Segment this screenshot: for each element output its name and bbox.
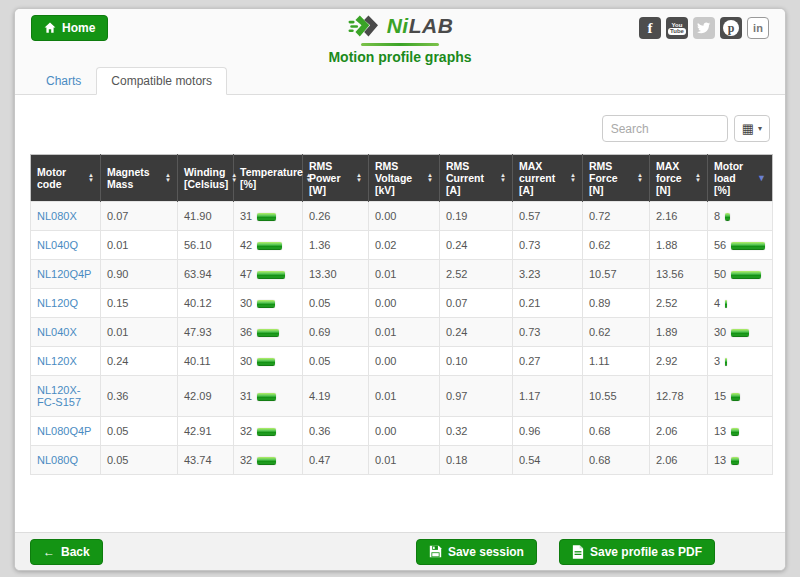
table-row: NL040Q0.0156.10421.360.020.240.730.621.8… <box>31 231 773 260</box>
save-session-button[interactable]: Save session <box>416 539 537 565</box>
grid-icon: ▦ <box>742 122 754 135</box>
motor-code-link[interactable]: NL120Q <box>37 297 78 309</box>
cell-temperature: 32 <box>234 417 303 446</box>
motor-code-link[interactable]: NL040X <box>37 326 77 338</box>
cell-max_current: 0.21 <box>513 289 583 318</box>
motor-code-link[interactable]: NL120Q4P <box>37 268 91 280</box>
pdf-file-icon <box>572 545 584 559</box>
brand-name: NiLAB <box>387 14 454 38</box>
cell-max_current: 0.27 <box>513 347 583 376</box>
cell-magnets_mass: 0.07 <box>101 202 178 231</box>
cell-rms_current: 0.97 <box>440 376 513 417</box>
tab-bar: Charts Compatible motors <box>15 65 785 95</box>
save-icon <box>429 545 442 558</box>
column-header-temperature[interactable]: Temperature[%]▲▼ <box>234 155 303 202</box>
cell-max_force: 1.89 <box>650 318 708 347</box>
youtube-icon[interactable]: You Tube <box>666 17 688 39</box>
motor-code-link[interactable]: NL120X <box>37 355 77 367</box>
tab-compatible-motors[interactable]: Compatible motors <box>96 67 227 95</box>
cell-max_current: 0.54 <box>513 446 583 475</box>
column-header-rms_power[interactable]: RMS Power[W]▲▼ <box>303 155 369 202</box>
linkedin-icon[interactable]: in <box>747 17 769 39</box>
motor-code-link[interactable]: NL120X-FC-S157 <box>37 384 81 408</box>
cell-motor_load: 3 <box>708 347 773 376</box>
cell-magnets_mass: 0.01 <box>101 231 178 260</box>
cell-temperature: 42 <box>234 231 303 260</box>
cell-rms_current: 0.24 <box>440 231 513 260</box>
cell-rms_power: 0.05 <box>303 289 369 318</box>
cell-rms_force: 0.89 <box>583 289 650 318</box>
cell-magnets_mass: 0.15 <box>101 289 178 318</box>
value-bar <box>725 300 727 308</box>
cell-motor_code: NL120Q <box>31 289 101 318</box>
cell-rms_force: 10.55 <box>583 376 650 417</box>
cell-max_current: 1.17 <box>513 376 583 417</box>
value-bar <box>731 393 740 401</box>
motor-code-link[interactable]: NL080Q <box>37 454 78 466</box>
cell-rms_voltage: 0.01 <box>369 376 440 417</box>
motor-code-link[interactable]: NL080Q4P <box>37 425 91 437</box>
sort-icon: ▲▼ <box>570 173 576 183</box>
cell-rms_current: 0.19 <box>440 202 513 231</box>
cell-max_current: 0.57 <box>513 202 583 231</box>
cell-rms_force: 0.68 <box>583 417 650 446</box>
back-button-label: Back <box>61 545 90 559</box>
sort-icon: ▲▼ <box>427 173 433 183</box>
cell-rms_power: 0.36 <box>303 417 369 446</box>
cell-rms_current: 2.52 <box>440 260 513 289</box>
value-bar <box>731 242 765 250</box>
cell-max_force: 2.16 <box>650 202 708 231</box>
cell-motor_load: 50 <box>708 260 773 289</box>
cell-winding: 41.90 <box>178 202 234 231</box>
motor-code-link[interactable]: NL080X <box>37 210 77 222</box>
cell-max_current: 0.73 <box>513 231 583 260</box>
table-row: NL080Q0.0543.74320.470.010.180.540.682.0… <box>31 446 773 475</box>
search-input[interactable] <box>602 115 728 142</box>
cell-max_force: 1.88 <box>650 231 708 260</box>
twitter-icon[interactable] <box>693 17 715 39</box>
column-visibility-button[interactable]: ▦ ▾ <box>734 115 770 142</box>
header: Home NiLAB Motion profile graphs f You T… <box>15 9 785 65</box>
cell-motor_load: 56 <box>708 231 773 260</box>
tab-charts[interactable]: Charts <box>31 67 96 95</box>
column-header-max_current[interactable]: MAX current[A]▲▼ <box>513 155 583 202</box>
cell-winding: 47.93 <box>178 318 234 347</box>
cell-rms_voltage: 0.01 <box>369 260 440 289</box>
motors-table: Motor code▲▼Magnets Mass▲▼Winding[Celsiu… <box>30 154 773 475</box>
cell-max_force: 2.06 <box>650 417 708 446</box>
facebook-icon[interactable]: f <box>639 17 661 39</box>
column-header-winding[interactable]: Winding[Celsius]▲▼ <box>178 155 234 202</box>
sort-icon: ▲▼ <box>695 173 701 183</box>
cell-rms_power: 13.30 <box>303 260 369 289</box>
column-header-max_force[interactable]: MAX force[N]▲▼ <box>650 155 708 202</box>
cell-motor_code: NL120X <box>31 347 101 376</box>
cell-max_current: 3.23 <box>513 260 583 289</box>
cell-rms_force: 0.72 <box>583 202 650 231</box>
column-header-magnets_mass[interactable]: Magnets Mass▲▼ <box>101 155 178 202</box>
content-panel: ▦ ▾ Motor code▲▼Magnets Mass▲▼Winding[Ce… <box>15 95 785 532</box>
column-header-rms_force[interactable]: RMS Force[N]▲▼ <box>583 155 650 202</box>
back-arrow-icon: ← <box>43 545 55 559</box>
column-header-motor_load[interactable]: Motor load[%]▼ <box>708 155 773 202</box>
cell-motor_code: NL120X-FC-S157 <box>31 376 101 417</box>
column-header-motor_code[interactable]: Motor code▲▼ <box>31 155 101 202</box>
cell-rms_force: 0.68 <box>583 446 650 475</box>
column-header-rms_current[interactable]: RMS Current[A]▲▼ <box>440 155 513 202</box>
cell-winding: 40.11 <box>178 347 234 376</box>
social-links: f You Tube p in <box>639 17 769 39</box>
value-bar <box>257 271 285 279</box>
cell-temperature: 30 <box>234 347 303 376</box>
cell-rms_power: 0.05 <box>303 347 369 376</box>
save-pdf-button[interactable]: Save profile as PDF <box>559 539 715 565</box>
cell-winding: 56.10 <box>178 231 234 260</box>
value-bar <box>725 213 730 221</box>
table-toolbar: ▦ ▾ <box>30 115 770 142</box>
cell-rms_force: 0.62 <box>583 318 650 347</box>
table-row: NL120X0.2440.11300.050.000.100.271.112.9… <box>31 347 773 376</box>
column-header-rms_voltage[interactable]: RMS Voltage[kV]▲▼ <box>369 155 440 202</box>
motor-code-link[interactable]: NL040Q <box>37 239 78 251</box>
cell-rms_force: 0.62 <box>583 231 650 260</box>
pinterest-icon[interactable]: p <box>720 17 742 39</box>
back-button[interactable]: ← Back <box>30 539 103 565</box>
cell-magnets_mass: 0.24 <box>101 347 178 376</box>
